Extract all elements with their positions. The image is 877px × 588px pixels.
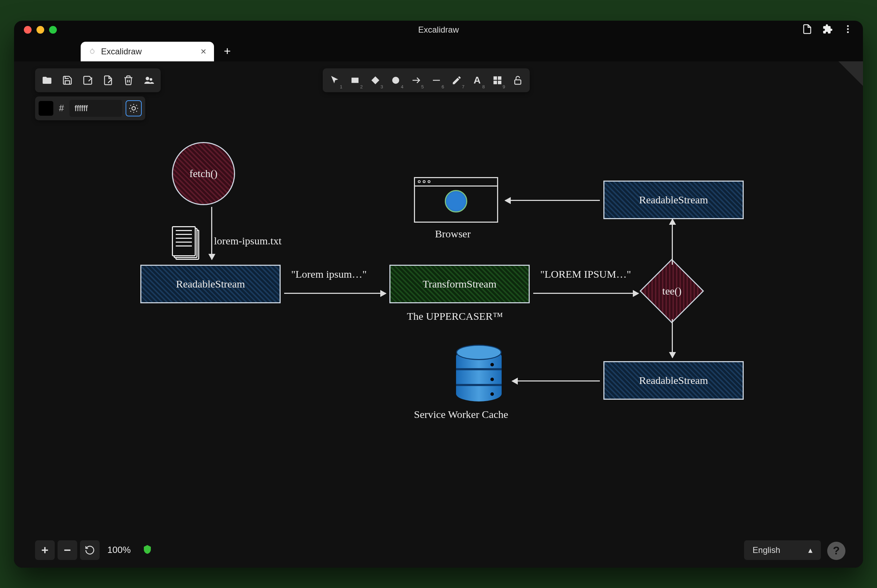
arrow-tee-down[interactable]: [672, 319, 673, 358]
app-surface: # 1 2 3 4: [14, 62, 863, 568]
canvas[interactable]: fetch() lorem-ipsum.txt ReadableStream "…: [14, 62, 863, 568]
node-readable-3[interactable]: ReadableStream: [604, 361, 744, 400]
node-tee[interactable]: tee(): [640, 259, 704, 323]
svg-point-1: [847, 28, 849, 30]
svg-point-2: [847, 31, 849, 33]
label-lorem-upper: "LOREM IPSUM…": [540, 268, 631, 280]
window-title: Excalidraw: [418, 25, 459, 35]
close-window-button[interactable]: [24, 26, 32, 34]
app-window: Excalidraw Excalidraw × +: [14, 21, 863, 568]
new-tab-button[interactable]: +: [218, 44, 237, 62]
language-select[interactable]: English ▴: [744, 540, 821, 560]
node-readable-2[interactable]: ReadableStream: [604, 181, 744, 219]
tab-excalidraw[interactable]: Excalidraw ×: [81, 42, 214, 62]
arrow-transform-to-tee[interactable]: [533, 293, 638, 294]
file-label: lorem-ipsum.txt: [214, 235, 281, 247]
arrow-readable-to-transform[interactable]: [284, 293, 386, 294]
node-sw-cache[interactable]: [456, 349, 502, 402]
node-readable-1[interactable]: ReadableStream: [140, 265, 281, 303]
close-tab-icon[interactable]: ×: [201, 46, 206, 57]
node-fetch[interactable]: fetch(): [172, 142, 235, 205]
zoom-level: 100%: [102, 544, 136, 555]
arrow-readable2-to-browser[interactable]: [505, 200, 600, 201]
globe-icon: [445, 190, 467, 213]
minimize-window-button[interactable]: [36, 26, 44, 34]
traffic-lights: [24, 26, 57, 34]
help-button[interactable]: ?: [827, 542, 845, 560]
svg-point-0: [847, 25, 849, 27]
zoom-toolbar: 100%: [35, 540, 153, 560]
chevron-up-icon: ▴: [808, 545, 812, 555]
tab-strip: Excalidraw × +: [14, 39, 863, 62]
label-lorem-lower: "Lorem ipsum…": [291, 268, 366, 280]
encryption-icon[interactable]: [138, 544, 153, 556]
tab-label: Excalidraw: [101, 46, 142, 57]
label-sw-cache: Service Worker Cache: [414, 408, 508, 420]
svg-point-3: [90, 50, 95, 53]
zoom-in-button[interactable]: [35, 540, 55, 560]
label-browser: Browser: [435, 228, 471, 240]
node-transform[interactable]: TransformStream: [389, 265, 530, 303]
label-uppercaser: The UPPERCASER™: [407, 310, 503, 322]
more-menu-icon[interactable]: [842, 24, 853, 36]
file-icon[interactable]: [802, 24, 812, 36]
titlebar: Excalidraw: [14, 21, 863, 39]
arrow-fetch-to-readable[interactable]: [211, 207, 212, 260]
arrow-tee-up[interactable]: [672, 219, 673, 265]
zoom-out-button[interactable]: [57, 540, 77, 560]
arrow-readable3-to-cache[interactable]: [512, 380, 600, 381]
extension-icon[interactable]: [822, 24, 833, 36]
reset-zoom-button[interactable]: [80, 540, 100, 560]
fullscreen-window-button[interactable]: [49, 26, 57, 34]
node-browser[interactable]: [414, 177, 498, 223]
